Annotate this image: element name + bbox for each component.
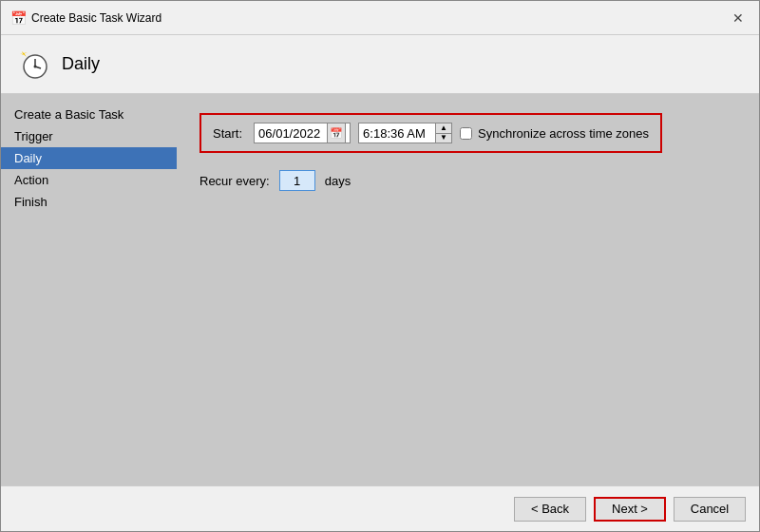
time-spin-up[interactable]: ▲ — [436, 124, 451, 133]
title-bar-left: 📅 Create Basic Task Wizard — [10, 10, 162, 26]
app-icon: 📅 — [10, 10, 26, 26]
window-title: Create Basic Task Wizard — [31, 11, 162, 25]
cancel-button[interactable]: Cancel — [674, 497, 746, 522]
days-label: days — [325, 174, 351, 188]
title-bar: 📅 Create Basic Task Wizard ✕ — [1, 1, 759, 35]
sidebar: Create a Basic Task Trigger Daily Action… — [1, 94, 177, 485]
sync-label[interactable]: Synchronize across time zones — [460, 126, 649, 141]
header-section: Daily — [1, 35, 759, 94]
start-group: Start: 📅 ▲ ▼ Synchronize — [200, 113, 662, 153]
recur-row: Recur every: days — [200, 170, 736, 191]
next-button[interactable]: Next > — [594, 497, 666, 522]
sync-checkbox[interactable] — [460, 127, 472, 140]
date-field[interactable] — [258, 126, 327, 141]
sidebar-item-create-basic-task[interactable]: Create a Basic Task — [1, 104, 177, 125]
date-input-wrapper: 📅 — [254, 123, 351, 143]
footer: < Back Next > Cancel — [1, 485, 759, 531]
recur-input[interactable] — [279, 170, 315, 191]
recur-label: Recur every: — [200, 174, 270, 188]
main-panel: Start: 📅 ▲ ▼ Synchronize — [177, 94, 759, 485]
time-input-wrapper: ▲ ▼ — [358, 123, 452, 143]
page-title: Daily — [62, 54, 100, 74]
start-label: Start: — [213, 126, 242, 141]
content-area: Create a Basic Task Trigger Daily Action… — [1, 94, 759, 485]
sync-label-text: Synchronize across time zones — [478, 126, 649, 141]
time-spin-down[interactable]: ▼ — [436, 133, 451, 142]
sidebar-item-finish[interactable]: Finish — [1, 191, 177, 213]
header-icon — [16, 48, 50, 82]
sidebar-item-daily[interactable]: Daily — [1, 147, 177, 169]
time-spin-buttons: ▲ ▼ — [435, 124, 451, 142]
wizard-window: 📅 Create Basic Task Wizard ✕ Daily Creat… — [0, 0, 760, 532]
close-button[interactable]: ✕ — [727, 7, 750, 29]
sidebar-item-trigger[interactable]: Trigger — [1, 125, 177, 147]
sidebar-item-action[interactable]: Action — [1, 169, 177, 191]
time-field[interactable] — [359, 124, 435, 142]
svg-marker-0 — [20, 51, 28, 58]
calendar-button[interactable]: 📅 — [327, 123, 346, 143]
svg-point-4 — [34, 65, 37, 67]
clock-icon — [18, 49, 48, 80]
back-button[interactable]: < Back — [514, 497, 586, 522]
